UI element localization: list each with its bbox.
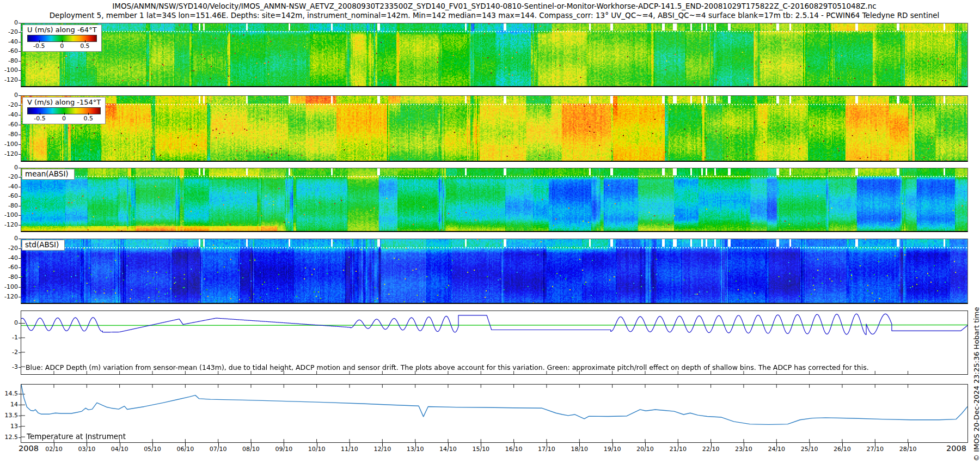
- y-tick-mark: [19, 95, 21, 96]
- y-tick-label: -100: [0, 212, 18, 218]
- figure-title: IMOS/ANMN/NSW/SYD140/Velocity/IMOS_ANMN-…: [21, 2, 968, 10]
- colorbar-tick-label: -0.5: [33, 42, 45, 50]
- panel-mean-absi: mean(ABSI): [21, 168, 968, 232]
- y-tick-mark: [19, 416, 21, 416]
- y-tick-label: 0: [0, 92, 18, 99]
- u-legend-title: U (m/s) along -64°T: [27, 26, 97, 35]
- y-tick-mark: [19, 125, 21, 125]
- v-colorbar-legend: V (m/s) along -154°T -0.5 0 0.5: [22, 97, 106, 124]
- temperature-label: Temperature at Instrument: [27, 432, 126, 441]
- std-absi-heatmap-canvas: [21, 239, 967, 303]
- y-tick-mark: [19, 80, 21, 81]
- y-tick-mark: [19, 427, 21, 427]
- y-tick-mark: [19, 187, 21, 187]
- y-tick-mark: [19, 367, 21, 368]
- x-tick-mark: [284, 443, 284, 447]
- y-tick-mark: [19, 115, 21, 115]
- panel-u-velocity: U (m/s) along -64°T -0.5 0 0.5: [21, 23, 968, 87]
- y-tick-label: -120: [0, 77, 18, 83]
- y-tick-mark: [19, 277, 21, 278]
- y-tick-mark: [19, 405, 21, 405]
- x-tick-mark: [415, 443, 416, 447]
- y-tick-mark: [19, 248, 21, 249]
- y-tick-mark: [19, 338, 21, 338]
- x-tick-mark: [54, 443, 54, 447]
- y-tick-mark: [19, 154, 21, 155]
- panel-std-absi: std(ABSI): [21, 239, 968, 304]
- y-tick-label: -40: [0, 112, 18, 118]
- y-tick-mark: [19, 168, 21, 168]
- y-tick-label: 0: [0, 320, 18, 326]
- y-tick-label: -40: [0, 184, 18, 190]
- y-tick-mark: [19, 51, 21, 52]
- v-velocity-heatmap-canvas: [21, 96, 967, 161]
- y-tick-mark: [19, 267, 21, 268]
- y-tick-label: -80: [0, 131, 18, 138]
- panel-temperature: Temperature at Instrument: [21, 384, 968, 443]
- x-tick-mark: [481, 443, 481, 447]
- mean-absi-heatmap-canvas: [21, 168, 967, 231]
- y-tick-label: -3: [0, 364, 18, 370]
- x-tick-mark: [547, 443, 547, 447]
- u-colorbar-ticks: -0.5 0 0.5: [27, 42, 97, 50]
- u-velocity-heatmap-canvas: [21, 23, 967, 86]
- y-tick-mark: [19, 258, 21, 259]
- x-tick-mark: [908, 443, 909, 447]
- imos-adcp-figure: IMOS/ANMN/NSW/SYD140/Velocity/IMOS_ANMN-…: [0, 0, 980, 463]
- y-tick-label: -20: [0, 174, 18, 180]
- y-tick-mark: [19, 287, 21, 288]
- y-tick-mark: [19, 32, 21, 33]
- std-absi-label: std(ABSI): [22, 240, 65, 251]
- x-tick-mark: [120, 443, 120, 447]
- u-colorbar-legend: U (m/s) along -64°T -0.5 0 0.5: [22, 25, 102, 52]
- y-tick-label: -80: [0, 203, 18, 209]
- y-tick-label: -40: [0, 255, 18, 261]
- imos-watermark: © IMOS 20-Dec-2024 23:25:36 Hobart time: [972, 307, 980, 461]
- colorbar-tick-label: 0.5: [83, 115, 93, 122]
- y-tick-label: -20: [0, 245, 18, 252]
- y-tick-mark: [19, 105, 21, 106]
- y-tick-label: 12.5: [0, 434, 18, 441]
- v-legend-title: V (m/s) along -154°T: [27, 98, 101, 107]
- y-tick-label: -60: [0, 121, 18, 128]
- v-colorbar-ticks: -0.5 0 0.5: [27, 114, 101, 122]
- temperature-line-canvas: [21, 385, 967, 442]
- y-tick-label: -40: [0, 39, 18, 45]
- x-tick-mark: [579, 443, 580, 447]
- y-tick-label: 0: [0, 235, 18, 242]
- x-axis-year-right: 2008: [946, 444, 966, 453]
- depth-variation-caption: Blue: ADCP Depth (m) variation from sens…: [26, 363, 869, 371]
- x-tick-mark: [448, 443, 449, 447]
- y-tick-label: -20: [0, 102, 18, 108]
- y-tick-mark: [19, 239, 21, 239]
- x-tick-mark: [350, 443, 350, 447]
- y-tick-label: -1: [0, 334, 18, 341]
- y-tick-label: -20: [0, 29, 18, 35]
- y-tick-label: -60: [0, 48, 18, 54]
- y-tick-mark: [19, 23, 21, 23]
- x-tick-mark: [776, 443, 777, 447]
- y-tick-label: -120: [0, 151, 18, 157]
- x-tick-mark: [842, 443, 843, 447]
- y-tick-mark: [19, 437, 21, 438]
- x-tick-mark: [382, 443, 383, 447]
- x-tick-mark: [317, 443, 317, 447]
- x-tick-mark: [678, 443, 678, 447]
- x-axis-year-left: 2008: [19, 444, 39, 453]
- y-tick-label: -80: [0, 274, 18, 281]
- y-tick-label: -2: [0, 349, 18, 356]
- y-tick-label: -60: [0, 264, 18, 271]
- y-tick-mark: [19, 225, 21, 226]
- y-tick-mark: [19, 394, 21, 394]
- y-tick-label: 13: [0, 423, 18, 430]
- y-tick-mark: [19, 215, 21, 216]
- x-tick-mark: [87, 443, 87, 447]
- colorbar-tick-label: 0: [62, 115, 66, 122]
- x-tick-mark: [875, 443, 875, 447]
- x-tick-mark: [711, 443, 712, 447]
- y-tick-mark: [19, 323, 21, 324]
- x-tick-mark: [185, 443, 186, 447]
- y-tick-label: -100: [0, 284, 18, 290]
- colorbar-tick-label: -0.5: [34, 115, 45, 122]
- figure-subtitle: Deployment 5, member 1 lat=34S lon=151.4…: [21, 11, 968, 20]
